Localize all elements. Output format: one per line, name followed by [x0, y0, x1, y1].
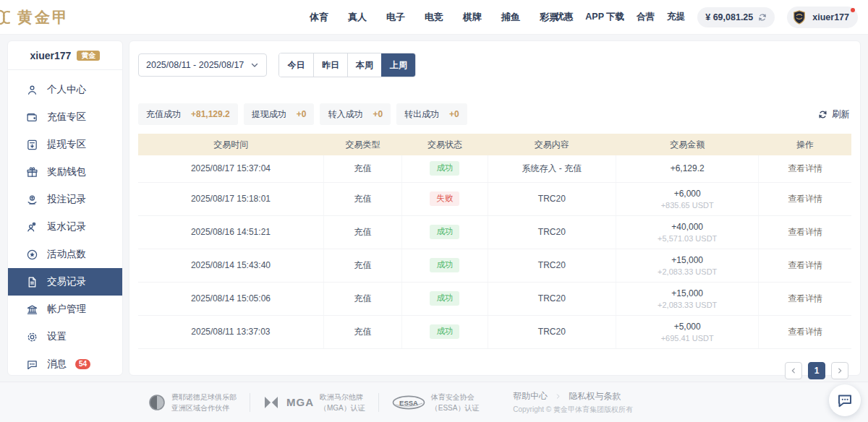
tab-period-2[interactable]: 本周: [347, 53, 381, 77]
refresh-button[interactable]: 刷新: [818, 108, 851, 121]
partner-0: 费耶诺德足球俱乐部亚洲区域合作伙伴: [148, 392, 237, 413]
cell-type: 充值: [323, 182, 401, 215]
nav-item-1[interactable]: 真人: [348, 11, 367, 24]
sidebar-item-4[interactable]: 投注记录: [8, 186, 122, 213]
tab-period-1[interactable]: 昨日: [313, 53, 347, 77]
sidebar-item-2[interactable]: 提现专区: [8, 131, 122, 158]
stat-boxes: 充值成功+81,129.2提现成功+0转入成功+0转出成功+0: [138, 103, 467, 125]
date-range-select[interactable]: 2025/08/11 - 2025/08/17: [138, 53, 267, 77]
table-row: 2025/08/17 15:37:04充值成功系统存入 - 充值+6,129.2…: [138, 155, 851, 182]
user-pill[interactable]: xiuer177: [787, 7, 858, 28]
status-badge: 成功: [430, 225, 459, 239]
stats-row: 充值成功+81,129.2提现成功+0转入成功+0转出成功+0 刷新: [138, 103, 851, 125]
next-page-button[interactable]: [831, 362, 848, 379]
sidebar-item-7[interactable]: 交易记录: [8, 268, 122, 296]
transactions-table: 交易时间交易类型交易状态交易内容交易金额操作 2025/08/17 15:37:…: [138, 134, 851, 349]
sidebar-item-9[interactable]: 设置: [8, 323, 122, 350]
nav-item-3[interactable]: 电竞: [425, 11, 443, 24]
refresh-icon: [818, 110, 827, 119]
balance-refresh-icon[interactable]: [758, 13, 767, 22]
view-details-link[interactable]: 查看详情: [788, 293, 822, 303]
nav-item-5[interactable]: 捕鱼: [501, 11, 520, 24]
prev-page-button[interactable]: [785, 362, 802, 379]
column-header-2: 交易状态: [402, 134, 488, 155]
cell-status: 失败: [402, 182, 488, 215]
cell-action: 查看详情: [759, 282, 851, 315]
bet-record-icon: [26, 194, 38, 206]
cell-time: 2025/08/14 15:43:40: [138, 249, 323, 282]
brand-logo[interactable]: 黄金甲: [0, 7, 69, 27]
stat-box-0: 充值成功+81,129.2: [138, 103, 238, 125]
view-details-link[interactable]: 查看详情: [788, 194, 822, 204]
partner-line: 亚洲区域合作伙伴: [171, 403, 237, 413]
mga-wordmark: MGA: [286, 396, 314, 408]
nav-item-4[interactable]: 棋牌: [463, 11, 482, 24]
topbar-right: 优惠APP 下载合营充提 ¥ 69,081.25 xiuer177: [555, 7, 858, 28]
sidebar-item-6[interactable]: 活动点数: [8, 241, 122, 268]
customer-service-button[interactable]: [829, 384, 861, 416]
withdraw-icon: [26, 139, 38, 151]
sidebar-item-label: 活动点数: [47, 248, 86, 261]
tab-period-3[interactable]: 上周: [381, 53, 415, 77]
balance-pill[interactable]: ¥ 69,081.25: [697, 7, 775, 27]
quick-link-2[interactable]: 合营: [637, 11, 655, 23]
cell-amount: +6,129.2: [616, 155, 759, 182]
partner-text: 费耶诺德足球俱乐部亚洲区域合作伙伴: [171, 392, 237, 413]
stat-label: 转入成功: [328, 108, 362, 121]
nav-item-0[interactable]: 体育: [310, 11, 328, 24]
partner-line: 欧洲马尔他牌: [320, 392, 365, 402]
period-tabs: 今日昨日本周上周: [278, 53, 416, 77]
cell-action: 查看详情: [759, 155, 851, 182]
sidebar-item-5[interactable]: 返水记录: [8, 213, 122, 241]
cell-status: 成功: [402, 155, 488, 182]
table-row: 2025/08/14 15:05:06充值成功TRC20+15,000+2,08…: [138, 282, 851, 315]
amount-usdt: +835.65 USDT: [619, 201, 755, 210]
view-details-link[interactable]: 查看详情: [788, 227, 822, 237]
page-number-button[interactable]: 1: [808, 362, 825, 379]
cell-content: TRC20: [488, 215, 616, 249]
view-details-link[interactable]: 查看详情: [788, 260, 822, 270]
nav-item-2[interactable]: 电子: [386, 11, 405, 24]
cell-content: 系统存入 - 充值: [488, 155, 616, 182]
message-count-badge: 54: [75, 359, 90, 369]
sidebar-item-0[interactable]: 个人中心: [8, 76, 122, 103]
cell-action: 查看详情: [759, 315, 851, 348]
cell-type: 充值: [323, 282, 401, 315]
status-badge: 成功: [430, 324, 459, 339]
sidebar-item-1[interactable]: 充值专区: [8, 103, 122, 131]
view-details-link[interactable]: 查看详情: [788, 327, 822, 337]
sidebar-item-label: 个人中心: [47, 83, 86, 96]
partner-certifications: 费耶诺德足球俱乐部亚洲区域合作伙伴MGA欧洲马尔他牌（MGA）认证ESSA体育安…: [148, 392, 479, 413]
stat-box-2: 转入成功+0: [320, 103, 391, 125]
quick-link-3[interactable]: 充提: [667, 11, 685, 23]
cell-action: 查看详情: [759, 182, 851, 215]
sidebar-item-10[interactable]: 消息54: [8, 350, 122, 376]
notification-dot: [851, 8, 855, 12]
brand-name: 黄金甲: [17, 7, 69, 27]
quick-link-1[interactable]: APP 下载: [585, 11, 624, 23]
column-header-5: 操作: [759, 134, 851, 155]
partner-text: 欧洲马尔他牌（MGA）认证: [320, 392, 365, 413]
column-header-0: 交易时间: [138, 134, 323, 155]
stat-value: +0: [297, 109, 307, 119]
cell-type: 充值: [323, 215, 401, 249]
sidebar-item-3[interactable]: 奖励钱包: [8, 158, 122, 186]
cell-amount: +15,000+2,083.33 USDT: [616, 282, 759, 315]
partner-divider: [250, 393, 250, 412]
sidebar-item-8[interactable]: 帐户管理: [8, 296, 122, 323]
document-icon: [26, 276, 38, 288]
essa-icon: ESSA: [392, 395, 425, 410]
help-center-link[interactable]: 帮助中心: [513, 390, 548, 402]
stat-label: 充值成功: [146, 108, 181, 121]
partner-line: 费耶诺德足球俱乐部: [171, 392, 237, 402]
view-details-link[interactable]: 查看详情: [788, 163, 822, 173]
stat-label: 转出成功: [404, 108, 439, 121]
privacy-terms-link[interactable]: 隐私权与条款: [569, 390, 621, 402]
pagination: 1: [138, 362, 851, 379]
nav-item-6[interactable]: 彩票: [540, 11, 558, 24]
chevron-down-icon: [250, 61, 259, 69]
amount-usdt: +2,083.33 USDT: [619, 301, 755, 309]
stat-label: 提现成功: [252, 108, 286, 121]
sidebar-item-label: 投注记录: [47, 193, 86, 206]
tab-period-0[interactable]: 今日: [279, 53, 313, 77]
